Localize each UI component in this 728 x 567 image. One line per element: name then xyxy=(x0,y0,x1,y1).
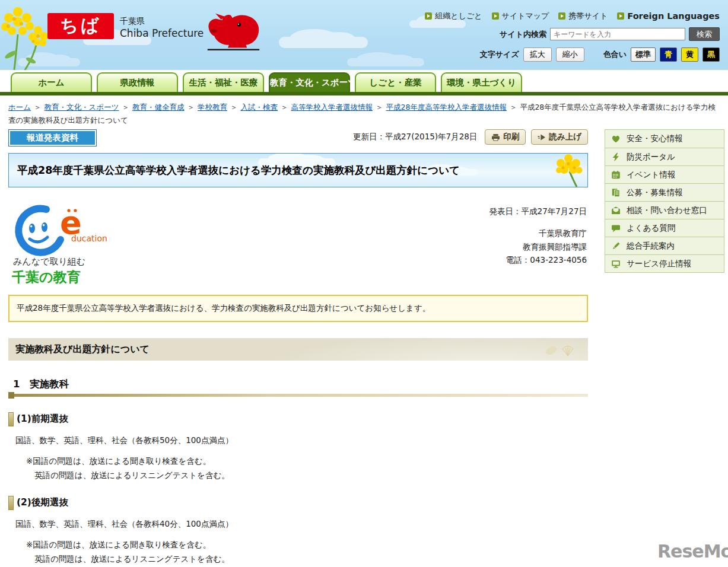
monitor-icon xyxy=(611,259,621,269)
color-scheme-label: 色合い xyxy=(603,49,627,60)
updated-date: 更新日：平成27(2015)年7月28日 xyxy=(353,132,477,142)
link-label: 携帯サイト xyxy=(568,11,608,21)
contact-block: 千葉県教育庁 教育振興部指導課 電話：043-223-4056 xyxy=(506,227,587,267)
org-phone: 電話：043-223-4056 xyxy=(506,253,587,267)
sidebar-item-recruitment-info[interactable]: 公募・募集情報 xyxy=(605,183,724,201)
printer-icon xyxy=(491,133,500,141)
pencil-icon xyxy=(611,241,621,251)
sidebar-item-event-info[interactable]: イベント情報 xyxy=(605,165,724,183)
display-settings: 文字サイズ 拡大 縮小 色合い 標準 青 黄 黒 xyxy=(480,47,720,62)
notes: ※国語の問題は、放送による聞き取り検査を含む。 英語の問題は、放送によるリスニン… xyxy=(8,454,588,482)
breadcrumb-link[interactable]: ホーム xyxy=(8,103,31,112)
main-navigation: ホーム 県政情報 生活・福祉・医療 教育・文化・スポーツ しごと・産業 環境・県… xyxy=(0,70,728,95)
subjects-line: 国語、数学、英語、理科、社会（各教科40分、100点満点） xyxy=(8,519,588,530)
search-label: サイト内検索 xyxy=(500,29,546,40)
article-info: e ducation みんなで取り組む 千葉の教育 発表日：平成27年7月27日… xyxy=(8,187,588,295)
cloud-decoration xyxy=(347,58,424,66)
link-label: サイトマップ xyxy=(502,11,549,21)
header-utility-links: 組織としごと サイトマップ 携帯サイト Foreign Languages xyxy=(425,11,720,21)
breadcrumb-link[interactable]: 高等学校入学者選抜情報 xyxy=(291,103,373,112)
link-label: Foreign Languages xyxy=(627,11,720,21)
color-black-button[interactable]: 黒 xyxy=(702,47,720,62)
subheading-first-selection: (1)前期選抜 xyxy=(8,412,588,426)
tab-life-welfare-medical[interactable]: 生活・福祉・医療 xyxy=(183,72,264,92)
chiba-logo[interactable]: ちば xyxy=(47,13,114,39)
sidebar-item-faq[interactable]: よくある質問 xyxy=(605,219,724,237)
subjects-line: 国語、数学、英語、理科、社会（各教科50分、100点満点） xyxy=(8,435,588,446)
tab-education-culture-sports[interactable]: 教育・文化・スポーツ xyxy=(269,72,350,92)
section-title: 実施教科及び出題方針について xyxy=(8,343,150,355)
org-division: 教育振興部指導課 xyxy=(506,240,587,254)
site-search: サイト内検索 検索 xyxy=(500,27,720,41)
note-english: 英語の問題は、放送によるリスニングテストを含む。 xyxy=(26,552,588,566)
color-blue-button[interactable]: 青 xyxy=(660,47,677,62)
color-standard-button[interactable]: 標準 xyxy=(631,47,656,62)
edu-logo-tagline: みんなで取り組む xyxy=(13,256,85,267)
chiba-kun-mascot xyxy=(205,12,262,52)
link-organization[interactable]: 組織としごと xyxy=(425,11,482,21)
documents-icon xyxy=(611,188,621,198)
calendar-icon xyxy=(611,170,621,180)
sidebar-item-procedures-guide[interactable]: 総合手続案内 xyxy=(605,237,724,254)
subheading-second-selection: (2)後期選抜 xyxy=(8,496,588,510)
prefecture-name-jp: 千葉県 xyxy=(120,16,145,27)
sidebar-item-service-outage[interactable]: サービス停止情報 xyxy=(605,254,724,272)
rapeseed-flowers-decoration xyxy=(0,4,51,70)
press-release-button[interactable]: 報道発表資料 xyxy=(8,129,97,146)
breadcrumb: ホーム＞教育・文化・スポーツ＞教育・健全育成＞学校教育＞入試・検査＞高等学校入学… xyxy=(0,95,728,127)
sidebar-menu: 安全・安心情報 防災ポータル イベント情報 公募・募集情報 xyxy=(605,129,724,273)
section-header: 実施教科及び出題方針について xyxy=(8,338,588,361)
link-label: 組織としごと xyxy=(435,11,482,21)
heart-icon xyxy=(611,134,621,144)
gold-divider xyxy=(8,394,588,397)
notice-text: 平成28年度千葉県公立高等学校入学者選抜における、学力検査の実施教科及び出題方針… xyxy=(17,303,430,314)
page-title: 平成28年度千葉県公立高等学校入学者選抜における学力検査の実施教科及び出題方針に… xyxy=(9,154,587,187)
arrow-icon xyxy=(558,12,565,20)
breadcrumb-link[interactable]: 教育・健全育成 xyxy=(132,103,185,112)
prefecture-name-en: Chiba Prefecture xyxy=(120,27,204,39)
link-sitemap[interactable]: サイトマップ xyxy=(492,11,549,21)
sidebar-item-consultation-contact[interactable]: 相談・問い合わせ窓口 xyxy=(605,201,724,219)
notice-box: 平成28年度千葉県公立高等学校入学者選抜における、学力検査の実施教科及び出題方針… xyxy=(8,295,588,322)
lightning-icon xyxy=(611,152,621,162)
search-button[interactable]: 検索 xyxy=(689,27,720,41)
breadcrumb-link[interactable]: 入試・検査 xyxy=(240,103,278,112)
note-english: 英語の問題は、放送によるリスニングテストを含む。 xyxy=(26,468,588,482)
tab-environment-land[interactable]: 環境・県土づくり xyxy=(441,72,522,92)
tab-home[interactable]: ホーム xyxy=(11,72,92,92)
speech-bubble-icon xyxy=(611,224,621,233)
link-mobile-site[interactable]: 携帯サイト xyxy=(558,11,608,21)
note-japanese: ※国語の問題は、放送による聞き取り検査を含む。 xyxy=(26,537,588,552)
note-japanese: ※国語の問題は、放送による聞き取り検査を含む。 xyxy=(26,454,588,468)
tab-prefectural-info[interactable]: 県政情報 xyxy=(97,72,178,92)
fontsize-label: 文字サイズ xyxy=(480,49,519,60)
sidebar-item-safety-info[interactable]: 安全・安心情報 xyxy=(605,130,724,148)
sidebar-item-disaster-portal[interactable]: 防災ポータル xyxy=(605,148,724,165)
link-foreign-languages[interactable]: Foreign Languages xyxy=(617,11,720,21)
fontsize-enlarge-button[interactable]: 拡大 xyxy=(523,47,552,62)
mail-icon xyxy=(611,206,621,215)
site-header: ちば 千葉県 Chiba Prefecture 組織としごと サイトマップ 携帯… xyxy=(0,0,728,70)
arrow-icon xyxy=(425,12,432,20)
speaker-icon xyxy=(538,133,546,141)
heading-implemented-subjects: 1 実施教科 xyxy=(8,378,588,391)
cloud-decoration xyxy=(279,37,368,48)
breadcrumb-link[interactable]: 教育・文化・スポーツ xyxy=(44,103,119,112)
edu-logo-name: 千葉の教育 xyxy=(12,268,81,286)
chiba-education-logo: e ducation xyxy=(9,202,110,259)
notes: ※国語の問題は、放送による聞き取り検査を含む。 英語の問題は、放送によるリスニン… xyxy=(8,537,588,566)
search-input[interactable] xyxy=(550,28,685,40)
arrow-icon xyxy=(617,12,624,20)
breadcrumb-link[interactable]: 学校教育 xyxy=(198,103,227,112)
edu-logo-rest: ducation xyxy=(71,234,107,243)
breadcrumb-link[interactable]: 平成28年度高等学校入学者選抜情報 xyxy=(386,103,506,112)
article: 報道発表資料 更新日：平成27(2015)年7月28日 印刷 読み上げ xyxy=(8,129,588,566)
fontsize-shrink-button[interactable]: 縮小 xyxy=(556,47,584,62)
tab-work-industry[interactable]: しごと・産業 xyxy=(355,72,436,92)
org-name: 千葉県教育庁 xyxy=(506,227,587,240)
read-aloud-button[interactable]: 読み上げ xyxy=(531,129,588,145)
print-button[interactable]: 印刷 xyxy=(485,129,526,145)
shell-decoration xyxy=(544,342,581,357)
color-yellow-button[interactable]: 黄 xyxy=(681,47,698,62)
resemom-watermark: リセマム ReseMom. xyxy=(657,541,728,562)
